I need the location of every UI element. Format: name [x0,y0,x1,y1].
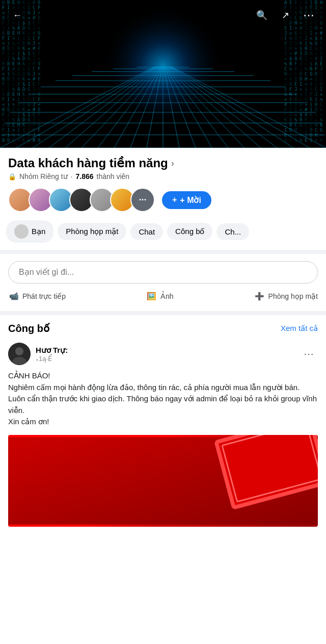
members-label: thành viên [97,172,130,181]
invite-plus-icon: + [172,195,177,204]
author-name: Hươ Trự: [36,346,68,355]
group-info: Data khách hàng tiềm năng › 🔒 Nhóm Riêng… [0,148,326,212]
svg-point-1 [15,347,23,355]
tab-phong-hop-mat[interactable]: Phòng họp mặt [58,223,126,240]
members-row: ··· + + Mời [8,188,318,212]
post-more-button[interactable]: ⋯ [300,346,318,362]
group-name: Data khách hàng tiềm năng [8,156,168,170]
search-icon: 🔍 [256,10,267,21]
back-button[interactable]: ← [8,6,26,24]
search-button[interactable]: 🔍 [253,6,271,24]
post-author: Hươ Trự: ₓ1ą·Ể [8,343,68,365]
section-divider [0,250,326,254]
announcements-header: Công bố Xem tất cả [8,322,318,334]
write-post-section: 📹 Phát trực tiếp 🖼️ Ảnh ➕ Phòng họp mặt [0,254,326,311]
post-header: Hươ Trự: ₓ1ą·Ể ⋯ [8,341,318,370]
live-button[interactable]: 📹 Phát trực tiếp [8,291,66,302]
cover-photo: ← 🔍 ↗ ⋯ [0,0,326,148]
lock-icon: 🔒 [8,173,16,181]
see-all-link[interactable]: Xem tất cả [281,324,318,333]
group-name-chevron[interactable]: › [171,158,174,169]
tab-ban[interactable]: Bạn [6,220,53,243]
announcements-section: Công bố Xem tất cả Hươ Trự: ₓ1ą·Ể [0,315,326,535]
tab-cong-bo[interactable]: Công bố [167,223,212,240]
room-icon: ➕ [254,291,265,302]
photo-icon: 🖼️ [146,291,157,302]
avatar-graphic [8,343,31,365]
action-tabs: Bạn Phòng họp mặt Chat Công bố Ch... [0,220,326,250]
post-content: CẢNH BÁO! Nghiêm cấm mọi hành động lừa đ… [8,370,318,431]
post-card: Hươ Trự: ₓ1ą·Ể ⋯ CẢNH BÁO! Nghiêm cấm mọ… [8,341,318,532]
more-icon: ⋯ [303,9,315,22]
more-button[interactable]: ⋯ [300,6,318,24]
photo-button[interactable]: 🖼️ Ảnh [146,291,174,302]
post-actions: 📹 Phát trực tiếp 🖼️ Ảnh ➕ Phòng họp mặt [8,289,318,304]
share-button[interactable]: ↗ [276,6,294,24]
invite-button[interactable]: + + Mời [162,191,211,209]
more-members-button[interactable]: ··· [130,188,155,212]
group-meta: 🔒 Nhóm Riêng tư · 7.866 thành viên [8,172,318,181]
write-post-input[interactable] [8,261,318,284]
tab-ban-avatar [14,224,29,239]
share-icon: ↗ [282,10,289,21]
post-more-icon: ⋯ [304,348,314,359]
members-count: 7.866 [75,172,93,181]
author-sub: ₓ1ą·Ể [36,355,68,363]
live-icon: 📹 [8,291,19,302]
room-button[interactable]: ➕ Phòng họp mặt [254,291,318,302]
post-image-graphic [8,435,318,527]
post-image [8,435,318,527]
tab-ch[interactable]: Ch... [216,223,249,240]
privacy-label: Nhóm Riêng tư [19,172,68,181]
author-avatar [8,343,31,365]
tab-chat[interactable]: Chat [130,223,163,240]
announcements-title: Công bố [8,322,49,334]
top-navigation: ← 🔍 ↗ ⋯ [0,0,326,31]
author-info: Hươ Trự: ₓ1ą·Ể [36,346,68,363]
section-divider-2 [0,311,326,315]
